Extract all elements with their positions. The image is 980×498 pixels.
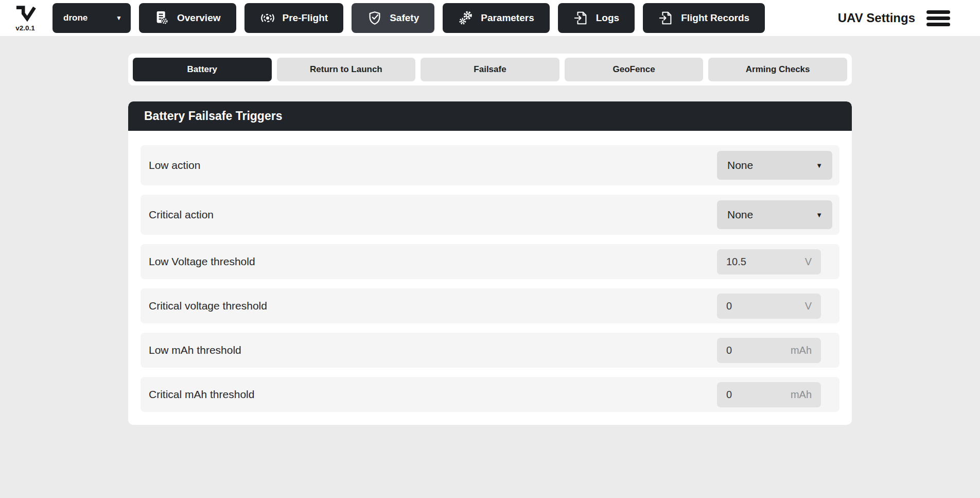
app-version: v2.0.1 <box>15 25 35 32</box>
action-dropdown[interactable]: None ▼ <box>717 200 832 229</box>
battery-failsafe-panel: Battery Failsafe Triggers Low action Non… <box>128 101 852 425</box>
file-export-icon <box>658 10 674 26</box>
nav-button-overview[interactable]: Overview <box>139 3 236 33</box>
threshold-input[interactable] <box>726 389 783 401</box>
unit-label: V <box>805 256 812 268</box>
row-label: Critical action <box>149 209 214 221</box>
threshold-input-box: V <box>717 249 821 274</box>
gears-icon <box>458 10 474 26</box>
app-logo: v2.0.1 <box>10 4 40 32</box>
tab-geofence[interactable]: GeoFence <box>565 58 704 81</box>
settings-row: Critical mAh threshold mAh <box>141 377 839 412</box>
action-dropdown[interactable]: None ▼ <box>717 151 832 180</box>
row-label: Critical voltage threshold <box>149 300 267 312</box>
nav-button-preflight[interactable]: Pre-Flight <box>244 3 344 33</box>
chevron-down-icon: ▼ <box>816 211 822 219</box>
threshold-input-box: mAh <box>717 338 821 363</box>
nav-button-safety[interactable]: Safety <box>352 3 434 33</box>
shield-check-icon <box>367 10 382 26</box>
row-label: Critical mAh threshold <box>149 388 254 401</box>
dropdown-selected-value: None <box>727 159 753 171</box>
settings-row: Low action None ▼ <box>141 145 839 185</box>
tab-return-to-launch[interactable]: Return to Launch <box>277 58 416 81</box>
row-label: Low mAh threshold <box>149 344 241 356</box>
safety-sub-tabs: Battery Return to Launch Failsafe GeoFen… <box>128 54 852 85</box>
row-label: Low action <box>149 159 200 171</box>
nav-button-parameters[interactable]: Parameters <box>443 3 550 33</box>
hamburger-menu-icon[interactable] <box>926 9 950 27</box>
dropdown-selected-value: None <box>727 209 753 221</box>
unit-label: mAh <box>791 389 812 401</box>
tab-failsafe[interactable]: Failsafe <box>421 58 559 81</box>
chevron-down-icon: ▼ <box>116 14 122 22</box>
threshold-input[interactable] <box>726 300 783 312</box>
nav-button-flight-records[interactable]: Flight Records <box>643 3 765 33</box>
chevron-down-icon: ▼ <box>816 162 822 169</box>
file-export-icon <box>573 10 589 26</box>
nav-button-logs[interactable]: Logs <box>558 3 635 33</box>
document-gear-icon <box>154 10 170 26</box>
settings-row: Critical action None ▼ <box>141 195 839 235</box>
tab-battery[interactable]: Battery <box>133 58 272 81</box>
settings-rows: Low action None ▼ Critical action None ▼… <box>128 131 852 412</box>
panel-title: Battery Failsafe Triggers <box>144 109 282 123</box>
top-bar-right: UAV Settings <box>838 9 950 27</box>
threshold-input[interactable] <box>726 256 783 268</box>
content-column: Battery Return to Launch Failsafe GeoFen… <box>128 54 852 425</box>
drone-selector-label: drone <box>63 13 87 23</box>
top-bar: v2.0.1 drone ▼ Overview Pre-Flight <box>0 0 980 36</box>
threshold-input-box: mAh <box>717 382 821 407</box>
threshold-input[interactable] <box>726 345 783 356</box>
main-nav: drone ▼ Overview Pre-Flight Safety <box>52 3 765 33</box>
uav-settings-label: UAV Settings <box>838 11 915 25</box>
brand-logo-icon <box>12 4 38 24</box>
threshold-input-box: V <box>717 294 821 319</box>
tab-arming-checks[interactable]: Arming Checks <box>708 58 847 81</box>
settings-row: Critical voltage threshold V <box>141 288 839 323</box>
nav-buttons: Overview Pre-Flight Safety Parameters <box>139 3 765 33</box>
gyro-icon <box>260 10 275 26</box>
drone-selector[interactable]: drone ▼ <box>52 3 131 33</box>
row-label: Low Voltage threshold <box>149 255 255 268</box>
settings-row: Low mAh threshold mAh <box>141 333 839 368</box>
panel-header: Battery Failsafe Triggers <box>128 101 852 131</box>
unit-label: mAh <box>791 345 812 356</box>
settings-row: Low Voltage threshold V <box>141 244 839 279</box>
unit-label: V <box>805 300 812 312</box>
